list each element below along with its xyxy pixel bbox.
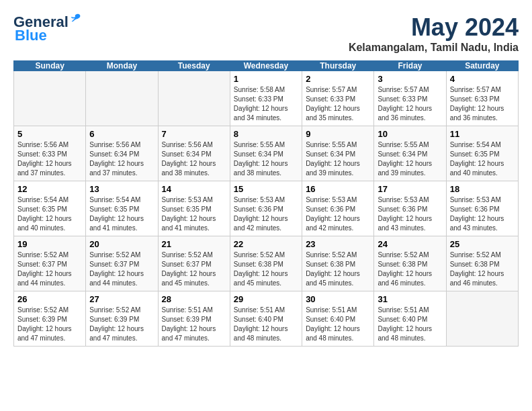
calendar-cell: 28Sunrise: 5:51 AM Sunset: 6:39 PM Dayli… xyxy=(158,291,230,347)
week-row-5: 26Sunrise: 5:52 AM Sunset: 6:39 PM Dayli… xyxy=(14,291,519,347)
date-number: 27 xyxy=(89,294,154,304)
day-info: Sunrise: 5:57 AM Sunset: 6:33 PM Dayligh… xyxy=(450,85,515,123)
date-number: 12 xyxy=(17,184,82,194)
calendar-cell: 19Sunrise: 5:52 AM Sunset: 6:37 PM Dayli… xyxy=(14,236,86,291)
day-info: Sunrise: 5:52 AM Sunset: 6:38 PM Dayligh… xyxy=(450,250,515,288)
calendar-cell xyxy=(446,291,518,347)
date-number: 4 xyxy=(450,74,515,84)
date-number: 29 xyxy=(234,294,298,304)
day-info: Sunrise: 5:51 AM Sunset: 6:40 PM Dayligh… xyxy=(306,306,370,343)
calendar-cell: 22Sunrise: 5:52 AM Sunset: 6:38 PM Dayli… xyxy=(230,236,302,291)
day-info: Sunrise: 5:51 AM Sunset: 6:39 PM Dayligh… xyxy=(162,306,226,343)
calendar-cell: 16Sunrise: 5:53 AM Sunset: 6:36 PM Dayli… xyxy=(302,181,374,236)
calendar-cell xyxy=(14,71,86,126)
day-info: Sunrise: 5:56 AM Sunset: 6:34 PM Dayligh… xyxy=(162,140,226,178)
calendar-cell: 11Sunrise: 5:54 AM Sunset: 6:35 PM Dayli… xyxy=(446,126,518,181)
calendar-cell: 31Sunrise: 5:51 AM Sunset: 6:40 PM Dayli… xyxy=(374,291,446,347)
date-number: 13 xyxy=(89,184,154,194)
date-number: 6 xyxy=(89,129,154,139)
calendar-cell: 12Sunrise: 5:54 AM Sunset: 6:35 PM Dayli… xyxy=(14,181,86,236)
week-row-2: 5Sunrise: 5:56 AM Sunset: 6:33 PM Daylig… xyxy=(14,126,519,181)
calendar-cell: 6Sunrise: 5:56 AM Sunset: 6:34 PM Daylig… xyxy=(86,126,158,181)
page-header: General Blue May 2024 Kelamangalam, Tami… xyxy=(13,13,519,54)
day-header-sunday: Sunday xyxy=(14,61,86,71)
calendar-cell: 4Sunrise: 5:57 AM Sunset: 6:33 PM Daylig… xyxy=(446,71,518,126)
date-number: 9 xyxy=(306,129,370,139)
calendar-cell xyxy=(86,71,158,126)
day-header-saturday: Saturday xyxy=(446,61,518,71)
week-row-3: 12Sunrise: 5:54 AM Sunset: 6:35 PM Dayli… xyxy=(14,181,519,236)
date-number: 11 xyxy=(450,129,515,139)
day-info: Sunrise: 5:52 AM Sunset: 6:37 PM Dayligh… xyxy=(89,250,154,288)
day-info: Sunrise: 5:55 AM Sunset: 6:34 PM Dayligh… xyxy=(378,140,442,178)
calendar-header-row: SundayMondayTuesdayWednesdayThursdayFrid… xyxy=(14,61,519,71)
day-info: Sunrise: 5:56 AM Sunset: 6:33 PM Dayligh… xyxy=(17,140,82,178)
calendar-cell: 29Sunrise: 5:51 AM Sunset: 6:40 PM Dayli… xyxy=(230,291,302,347)
date-number: 5 xyxy=(17,129,82,139)
day-info: Sunrise: 5:58 AM Sunset: 6:33 PM Dayligh… xyxy=(234,85,298,123)
day-header-monday: Monday xyxy=(86,61,158,71)
logo-bird-icon xyxy=(70,13,82,25)
month-title: May 2024 xyxy=(349,13,519,42)
day-info: Sunrise: 5:57 AM Sunset: 6:33 PM Dayligh… xyxy=(378,85,442,123)
calendar-cell: 14Sunrise: 5:53 AM Sunset: 6:35 PM Dayli… xyxy=(158,181,230,236)
date-number: 8 xyxy=(234,129,298,139)
date-number: 7 xyxy=(162,129,226,139)
day-info: Sunrise: 5:53 AM Sunset: 6:36 PM Dayligh… xyxy=(378,195,442,233)
logo-blue-text: Blue xyxy=(15,27,47,44)
calendar-cell: 30Sunrise: 5:51 AM Sunset: 6:40 PM Dayli… xyxy=(302,291,374,347)
date-number: 17 xyxy=(378,184,442,194)
date-number: 15 xyxy=(234,184,298,194)
date-number: 30 xyxy=(306,294,370,304)
date-number: 25 xyxy=(450,239,515,249)
day-info: Sunrise: 5:54 AM Sunset: 6:35 PM Dayligh… xyxy=(450,140,515,178)
date-number: 18 xyxy=(450,184,515,194)
calendar-cell: 2Sunrise: 5:57 AM Sunset: 6:33 PM Daylig… xyxy=(302,71,374,126)
day-info: Sunrise: 5:52 AM Sunset: 6:39 PM Dayligh… xyxy=(89,306,154,343)
day-header-thursday: Thursday xyxy=(302,61,374,71)
calendar-cell: 8Sunrise: 5:55 AM Sunset: 6:34 PM Daylig… xyxy=(230,126,302,181)
date-number: 28 xyxy=(162,294,226,304)
day-info: Sunrise: 5:52 AM Sunset: 6:37 PM Dayligh… xyxy=(162,250,226,288)
date-number: 26 xyxy=(17,294,82,304)
calendar-cell: 26Sunrise: 5:52 AM Sunset: 6:39 PM Dayli… xyxy=(14,291,86,347)
day-info: Sunrise: 5:52 AM Sunset: 6:37 PM Dayligh… xyxy=(17,250,82,288)
day-info: Sunrise: 5:53 AM Sunset: 6:36 PM Dayligh… xyxy=(234,195,298,233)
day-info: Sunrise: 5:52 AM Sunset: 6:38 PM Dayligh… xyxy=(378,250,442,288)
calendar-cell xyxy=(158,71,230,126)
date-number: 1 xyxy=(234,74,298,84)
day-info: Sunrise: 5:57 AM Sunset: 6:33 PM Dayligh… xyxy=(306,85,370,123)
day-info: Sunrise: 5:53 AM Sunset: 6:35 PM Dayligh… xyxy=(162,195,226,233)
date-number: 20 xyxy=(89,239,154,249)
title-section: May 2024 Kelamangalam, Tamil Nadu, India xyxy=(349,13,519,54)
day-info: Sunrise: 5:52 AM Sunset: 6:38 PM Dayligh… xyxy=(306,250,370,288)
date-number: 24 xyxy=(378,239,442,249)
calendar-cell: 23Sunrise: 5:52 AM Sunset: 6:38 PM Dayli… xyxy=(302,236,374,291)
calendar-cell: 10Sunrise: 5:55 AM Sunset: 6:34 PM Dayli… xyxy=(374,126,446,181)
week-row-4: 19Sunrise: 5:52 AM Sunset: 6:37 PM Dayli… xyxy=(14,236,519,291)
date-number: 3 xyxy=(378,74,442,84)
calendar-cell: 24Sunrise: 5:52 AM Sunset: 6:38 PM Dayli… xyxy=(374,236,446,291)
day-info: Sunrise: 5:51 AM Sunset: 6:40 PM Dayligh… xyxy=(234,306,298,343)
day-info: Sunrise: 5:53 AM Sunset: 6:36 PM Dayligh… xyxy=(306,195,370,233)
day-info: Sunrise: 5:55 AM Sunset: 6:34 PM Dayligh… xyxy=(234,140,298,178)
date-number: 21 xyxy=(162,239,226,249)
date-number: 31 xyxy=(378,294,442,304)
calendar-cell: 27Sunrise: 5:52 AM Sunset: 6:39 PM Dayli… xyxy=(86,291,158,347)
logo: General Blue xyxy=(13,13,82,44)
calendar-cell: 21Sunrise: 5:52 AM Sunset: 6:37 PM Dayli… xyxy=(158,236,230,291)
calendar-cell: 17Sunrise: 5:53 AM Sunset: 6:36 PM Dayli… xyxy=(374,181,446,236)
day-info: Sunrise: 5:51 AM Sunset: 6:40 PM Dayligh… xyxy=(378,306,442,343)
calendar-cell: 25Sunrise: 5:52 AM Sunset: 6:38 PM Dayli… xyxy=(446,236,518,291)
calendar-table: SundayMondayTuesdayWednesdayThursdayFrid… xyxy=(13,60,519,347)
calendar-cell: 15Sunrise: 5:53 AM Sunset: 6:36 PM Dayli… xyxy=(230,181,302,236)
day-info: Sunrise: 5:52 AM Sunset: 6:38 PM Dayligh… xyxy=(234,250,298,288)
date-number: 2 xyxy=(306,74,370,84)
location-title: Kelamangalam, Tamil Nadu, India xyxy=(349,42,519,54)
calendar-cell: 18Sunrise: 5:53 AM Sunset: 6:36 PM Dayli… xyxy=(446,181,518,236)
date-number: 14 xyxy=(162,184,226,194)
date-number: 23 xyxy=(306,239,370,249)
date-number: 19 xyxy=(17,239,82,249)
day-header-friday: Friday xyxy=(374,61,446,71)
day-header-wednesday: Wednesday xyxy=(230,61,302,71)
